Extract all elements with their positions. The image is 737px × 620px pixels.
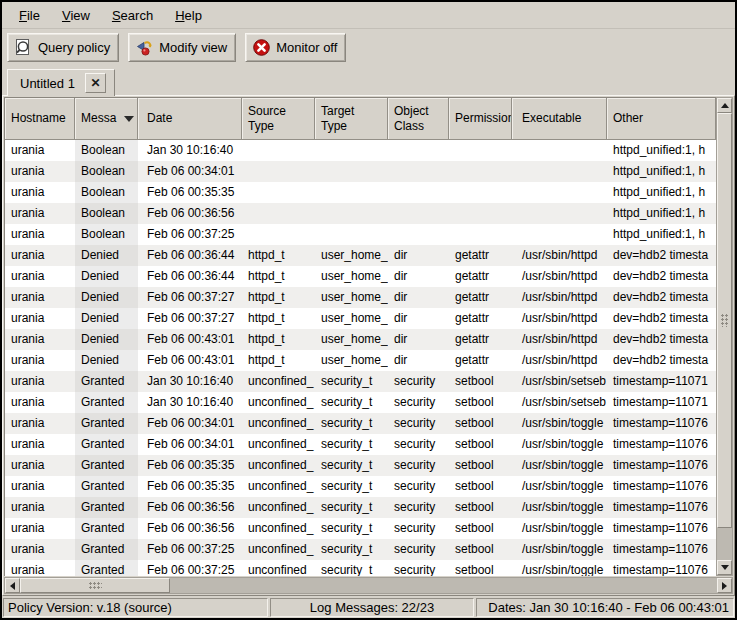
cell-hostname: urania: [5, 287, 75, 308]
cell-date: Feb 06 00:36:44: [138, 266, 242, 287]
cell-other: timestamp=11076: [607, 413, 716, 434]
table-row[interactable]: uraniaGrantedFeb 06 00:36:56unconfined_s…: [5, 497, 716, 518]
cell-message: Granted: [75, 455, 138, 476]
cell-object-class: security: [388, 476, 449, 497]
menu-file[interactable]: File: [8, 4, 51, 27]
cell-message: Denied: [75, 287, 138, 308]
column-header-executable[interactable]: Executable: [512, 98, 607, 140]
column-header-target-type[interactable]: Target Type: [315, 98, 388, 140]
horizontal-scrollbar-track[interactable]: [170, 578, 717, 593]
cell-hostname: urania: [5, 434, 75, 455]
cell-message: Granted: [75, 392, 138, 413]
cell-target-type: user_home_: [315, 308, 388, 329]
table-row[interactable]: uraniaBooleanFeb 06 00:36:56httpd_unifie…: [5, 203, 716, 224]
cell-date: Feb 06 00:37:27: [138, 287, 242, 308]
cell-permission: setbool: [449, 518, 512, 539]
table-row[interactable]: uraniaGrantedFeb 06 00:36:56unconfined_s…: [5, 518, 716, 539]
cell-target-type: security_t: [315, 476, 388, 497]
cell-hostname: urania: [5, 224, 75, 245]
table-row[interactable]: uraniaGrantedFeb 06 00:37:25unconfined_s…: [5, 539, 716, 560]
table-row[interactable]: uraniaGrantedJan 30 10:16:40unconfined_s…: [5, 392, 716, 413]
query-policy-button[interactable]: Query policy: [7, 33, 119, 62]
cell-object-class: security: [388, 371, 449, 392]
tab-untitled-1[interactable]: Untitled 1 ✕: [7, 69, 115, 96]
cell-object-class: [388, 203, 449, 224]
cell-source-type: [242, 203, 315, 224]
modify-view-button[interactable]: Modify view: [128, 33, 236, 62]
table-row[interactable]: uraniaDeniedFeb 06 00:43:01httpd_tuser_h…: [5, 329, 716, 350]
menu-help[interactable]: Help: [164, 4, 213, 27]
cell-executable: /usr/sbin/setseb: [512, 392, 607, 413]
horizontal-scrollbar[interactable]: [4, 577, 733, 594]
close-icon[interactable]: ✕: [85, 73, 106, 93]
table-row[interactable]: uraniaGrantedFeb 06 00:35:35unconfined_s…: [5, 455, 716, 476]
table-row[interactable]: uraniaGrantedFeb 06 00:37:25unconfined_s…: [5, 560, 716, 576]
log-messages-status: Log Messages: 22/23: [270, 598, 474, 617]
cell-target-type: security_t: [315, 455, 388, 476]
cell-source-type: unconfined_: [242, 518, 315, 539]
cell-permission: setbool: [449, 371, 512, 392]
cell-executable: /usr/sbin/toggle: [512, 560, 607, 576]
table-row[interactable]: uraniaDeniedFeb 06 00:36:44httpd_tuser_h…: [5, 266, 716, 287]
status-bar: Policy Version: v.18 (source) Log Messag…: [2, 596, 735, 618]
cell-message: Boolean: [75, 140, 138, 161]
table-row[interactable]: uraniaDeniedFeb 06 00:37:27httpd_tuser_h…: [5, 287, 716, 308]
cell-hostname: urania: [5, 413, 75, 434]
cell-permission: getattr: [449, 350, 512, 371]
table-row[interactable]: uraniaGrantedJan 30 10:16:40unconfined_s…: [5, 371, 716, 392]
cell-target-type: security_t: [315, 497, 388, 518]
table-row[interactable]: uraniaGrantedFeb 06 00:34:01unconfined_s…: [5, 434, 716, 455]
cell-message: Granted: [75, 413, 138, 434]
cell-source-type: unconfined_: [242, 455, 315, 476]
monitor-off-label: Monitor off: [276, 40, 337, 55]
column-header-date[interactable]: Date: [138, 98, 242, 140]
cell-object-class: dir: [388, 245, 449, 266]
scroll-right-icon[interactable]: [717, 578, 732, 593]
vertical-scrollbar[interactable]: [716, 97, 733, 576]
cell-date: Jan 30 10:16:40: [138, 140, 242, 161]
table-row[interactable]: uraniaBooleanFeb 06 00:35:35httpd_unifie…: [5, 182, 716, 203]
table-row[interactable]: uraniaGrantedFeb 06 00:34:01unconfined_s…: [5, 413, 716, 434]
cell-executable: /usr/sbin/httpd: [512, 287, 607, 308]
table-row[interactable]: uraniaBooleanFeb 06 00:37:25httpd_unifie…: [5, 224, 716, 245]
column-header-source-type[interactable]: Source Type: [242, 98, 315, 140]
monitor-off-button[interactable]: Monitor off: [245, 33, 346, 62]
column-header-permission[interactable]: Permission: [449, 98, 512, 140]
table-row[interactable]: uraniaGrantedFeb 06 00:35:35unconfined_s…: [5, 476, 716, 497]
cell-object-class: dir: [388, 350, 449, 371]
cell-source-type: unconfined_: [242, 560, 315, 576]
column-header-hostname[interactable]: Hostname: [5, 98, 75, 140]
cell-object-class: [388, 140, 449, 161]
menu-view[interactable]: View: [51, 4, 101, 27]
table-row[interactable]: uraniaDeniedFeb 06 00:43:01httpd_tuser_h…: [5, 350, 716, 371]
scroll-down-icon[interactable]: [717, 560, 732, 575]
scroll-left-icon[interactable]: [5, 578, 20, 593]
cell-date: Feb 06 00:37:27: [138, 308, 242, 329]
cell-other: httpd_unified:1, h: [607, 182, 716, 203]
cell-other: timestamp=11076: [607, 434, 716, 455]
cell-object-class: [388, 182, 449, 203]
table-row[interactable]: uraniaBooleanJan 30 10:16:40httpd_unifie…: [5, 140, 716, 161]
cell-hostname: urania: [5, 161, 75, 182]
cell-message: Denied: [75, 266, 138, 287]
cell-object-class: [388, 224, 449, 245]
log-table: Hostname Messa Date Source Type Target T…: [4, 97, 716, 576]
table-row[interactable]: uraniaBooleanFeb 06 00:34:01httpd_unifie…: [5, 161, 716, 182]
column-header-other[interactable]: Other: [607, 98, 716, 140]
vertical-scrollbar-thumb[interactable]: [717, 113, 732, 528]
column-header-object-class[interactable]: Object Class: [388, 98, 449, 140]
scroll-up-icon[interactable]: [717, 98, 732, 113]
cell-source-type: unconfined_: [242, 497, 315, 518]
cell-message: Boolean: [75, 182, 138, 203]
cell-target-type: security_t: [315, 434, 388, 455]
table-row[interactable]: uraniaDeniedFeb 06 00:36:44httpd_tuser_h…: [5, 245, 716, 266]
table-row[interactable]: uraniaDeniedFeb 06 00:37:27httpd_tuser_h…: [5, 308, 716, 329]
cell-object-class: security: [388, 434, 449, 455]
vertical-scrollbar-track[interactable]: [717, 528, 732, 560]
horizontal-scrollbar-thumb[interactable]: [20, 578, 170, 593]
modify-view-label: Modify view: [159, 40, 227, 55]
menu-search[interactable]: Search: [101, 4, 164, 27]
cell-date: Feb 06 00:35:35: [138, 455, 242, 476]
cell-message: Boolean: [75, 224, 138, 245]
column-header-message[interactable]: Messa: [75, 98, 138, 140]
